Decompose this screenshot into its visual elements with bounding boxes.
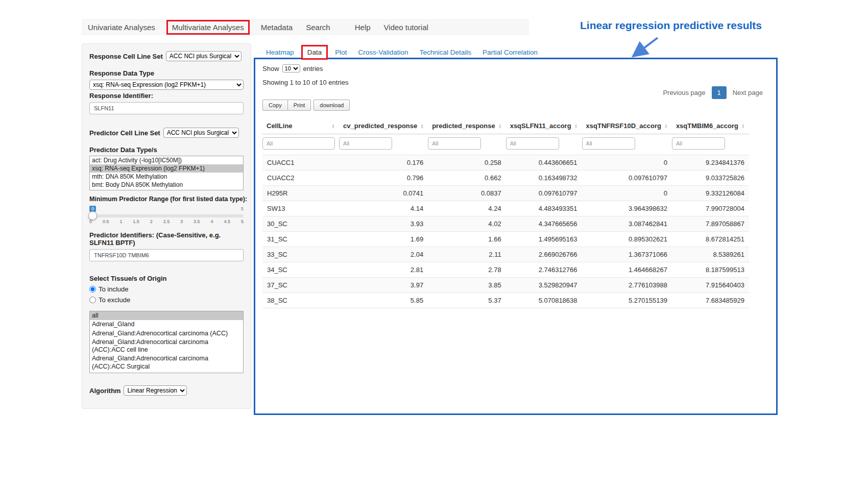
filter-input-xsqtnfrsf10d-accorg[interactable] — [582, 137, 635, 150]
nav-item-multivariate-analyses[interactable]: Multivariate Analyses — [166, 20, 250, 35]
cell-line-name: H295R — [262, 186, 339, 201]
download-button[interactable]: download — [314, 100, 350, 111]
cell-value: 0 — [582, 186, 672, 201]
table-row[interactable]: 30_SC3.934.024.3476656563.0874628417.897… — [262, 216, 749, 232]
response-identifier-label: Response Identifier: — [89, 92, 244, 100]
table-row[interactable]: H295R0.07410.08370.09761079709.332126084 — [262, 186, 749, 201]
sort-icon[interactable]: ▲▼ — [498, 124, 502, 129]
column-header-xsqtmbim6-accorg[interactable]: xsqTMBIM6_accorg▲▼ — [672, 118, 749, 134]
table-row[interactable]: 34_SC2.812.782.7463127661.4646682678.187… — [262, 262, 749, 278]
tissue-exclude-label[interactable]: To exclude — [99, 296, 130, 304]
annotation-title: Linear regression predictive results — [580, 19, 762, 32]
filter-cell — [428, 134, 505, 155]
listbox-option-adrenal-gland-adrenocortical-carcinoma-a[interactable]: Adrenal_Gland:Adrenocortical carcinoma (… — [90, 329, 243, 338]
tab-heatmap[interactable]: Heatmap — [260, 45, 300, 59]
show-entries-select[interactable]: 10 — [282, 64, 300, 72]
listbox-option-all[interactable]: all — [90, 311, 243, 320]
cell-value: 3.85 — [428, 278, 505, 293]
column-header-xsqslfn11-accorg[interactable]: xsqSLFN11_accorg▲▼ — [506, 118, 582, 134]
sort-icon[interactable]: ▲▼ — [664, 124, 668, 129]
table-body: CUACC10.1760.2580.44360665109.234841376C… — [262, 155, 749, 308]
table-row[interactable]: 37_SC3.973.853.5298209472.7761039887.915… — [262, 278, 749, 293]
column-header-predicted-response[interactable]: predicted_response▲▼ — [428, 118, 505, 134]
listbox-option-adrenal-gland-adrenocortical-carcinoma-a[interactable]: Adrenal_Gland:Adrenocortical carcinoma (… — [90, 338, 243, 355]
cell-value: 2.78 — [428, 262, 505, 278]
filter-cell — [339, 134, 428, 155]
filter-input-predicted-response[interactable] — [428, 137, 481, 150]
table-row[interactable]: CUACC20.7960.6620.1634987320.0976107979.… — [262, 170, 749, 186]
column-header-label: xsqTMBIM6_accorg — [676, 122, 738, 130]
listbox-option-bmt-body-dna-850k-methylation[interactable]: bmt: Body DNA 850K Methylation — [90, 181, 243, 189]
cell-value: 9.234841376 — [672, 155, 749, 170]
nav-item-help[interactable]: Help — [355, 23, 371, 32]
filter-input-xsqslfn11-accorg[interactable] — [506, 137, 559, 150]
response-data-type-select[interactable]: xsq: RNA-seq Expression (log2 FPKM+1) — [89, 80, 244, 90]
tab-cross-validation[interactable]: Cross-Validation — [353, 45, 414, 59]
cell-value: 0.0837 — [428, 186, 505, 201]
nav-item-metadata[interactable]: Metadata — [261, 23, 293, 32]
listbox-option-adrenal-gland[interactable]: Adrenal_Gland — [90, 320, 243, 329]
column-header-cv-predicted-response[interactable]: cv_predicted_response▲▼ — [339, 118, 428, 134]
tab-plot[interactable]: Plot — [329, 45, 352, 59]
tab-data[interactable]: Data — [301, 45, 328, 60]
slider-tick-label: 1 — [119, 219, 122, 224]
slider-handle[interactable] — [88, 211, 97, 220]
filter-input-cellline[interactable] — [262, 137, 335, 150]
column-header-xsqtnfrsf10d-accorg[interactable]: xsqTNFRSF10D_accorg▲▼ — [582, 118, 672, 134]
results-panel: Show 10 entries Showing 1 to 10 of 10 en… — [254, 58, 778, 415]
column-header-label: CellLine — [267, 122, 293, 130]
filter-input-xsqtmbim6-accorg[interactable] — [672, 137, 725, 150]
table-row[interactable]: CUACC10.1760.2580.44360665109.234841376 — [262, 155, 749, 170]
table-row[interactable]: 38_SC5.855.375.0708186385.2701551397.683… — [262, 293, 749, 308]
predictor-data-types-listbox[interactable]: act: Drug Activity (-log10[IC50M])xsq: R… — [89, 156, 244, 190]
export-buttons: CopyPrintdownload — [262, 100, 769, 111]
listbox-option-xsq-rna-seq-expression-log2-fpkm-1[interactable]: xsq: RNA-seq Expression (log2 FPKM+1) — [90, 164, 243, 173]
slider-tick-label: 5 — [241, 219, 244, 224]
filter-cell — [672, 134, 749, 155]
tissue-include-label[interactable]: To include — [99, 285, 129, 293]
filter-input-cv-predicted-response[interactable] — [339, 137, 392, 150]
nav-item-univariate-analyses[interactable]: Univariate Analyses — [88, 23, 155, 32]
next-page-button[interactable]: Next page — [728, 86, 768, 100]
nav-item-search[interactable]: Search — [306, 23, 330, 32]
predictor-cell-line-set-select[interactable]: ACC NCI plus Surgical — [163, 128, 239, 138]
tab-technical-details[interactable]: Technical Details — [414, 45, 477, 59]
cell-value: 3.97 — [339, 278, 428, 293]
current-page-button[interactable]: 1 — [712, 86, 727, 99]
table-row[interactable]: 33_SC2.042.112.6690267661.3673710668.538… — [262, 247, 749, 262]
tissue-listbox[interactable]: allAdrenal_GlandAdrenal_Gland:Adrenocort… — [89, 311, 244, 373]
cell-value: 5.85 — [339, 293, 428, 308]
listbox-option-mth-dna-850k-methylation[interactable]: mth: DNA 850K Methylation — [90, 173, 243, 181]
table-row[interactable]: SW134.144.244.4834933513.9643986327.9907… — [262, 201, 749, 216]
cell-value: 0.176 — [339, 155, 428, 170]
sort-icon[interactable]: ▲▼ — [420, 124, 424, 129]
results-table: CellLine▲▼cv_predicted_response▲▼predict… — [262, 118, 749, 308]
column-header-cellline[interactable]: CellLine▲▼ — [262, 118, 339, 134]
nav-item-video-tutorial[interactable]: Video tutorial — [384, 23, 428, 32]
result-tabs: HeatmapDataPlotCross-ValidationTechnical… — [260, 45, 543, 60]
slider-tick-label: 3.5 — [194, 219, 200, 224]
sort-icon[interactable]: ▲▼ — [741, 124, 745, 129]
table-filter-row — [262, 134, 749, 155]
sort-icon[interactable]: ▲▼ — [331, 124, 335, 129]
sort-icon[interactable]: ▲▼ — [574, 124, 578, 129]
slider-track[interactable] — [89, 214, 244, 217]
copy-button[interactable]: Copy — [262, 100, 288, 111]
cell-value: 1.464668267 — [582, 262, 672, 278]
cell-line-name: 34_SC — [262, 262, 339, 278]
listbox-option-adrenal-gland-adrenocortical-carcinoma-a[interactable]: Adrenal_Gland:Adrenocortical carcinoma (… — [90, 354, 243, 371]
table-row[interactable]: 31_SC1.691.661.4956951630.8953026218.672… — [262, 232, 749, 247]
tissue-exclude-radio[interactable] — [89, 297, 96, 303]
column-header-label: cv_predicted_response — [343, 122, 417, 130]
cell-value: 7.683485929 — [672, 293, 749, 308]
algorithm-select[interactable]: Linear Regression — [124, 385, 187, 396]
response-identifier-input[interactable] — [89, 102, 244, 114]
print-button[interactable]: Print — [287, 100, 311, 111]
response-cell-line-set-select[interactable]: ACC NCI plus Surgical — [166, 51, 242, 61]
predictor-identifiers-input[interactable] — [89, 249, 244, 261]
listbox-option-act-drug-activity-log10-ic50m[interactable]: act: Drug Activity (-log10[IC50M]) — [90, 156, 243, 164]
tab-partial-correlation[interactable]: Partial Correlation — [477, 45, 543, 59]
tissue-include-radio[interactable] — [89, 286, 96, 292]
previous-page-button[interactable]: Previous page — [658, 86, 710, 100]
cell-value: 7.915640403 — [672, 278, 749, 293]
